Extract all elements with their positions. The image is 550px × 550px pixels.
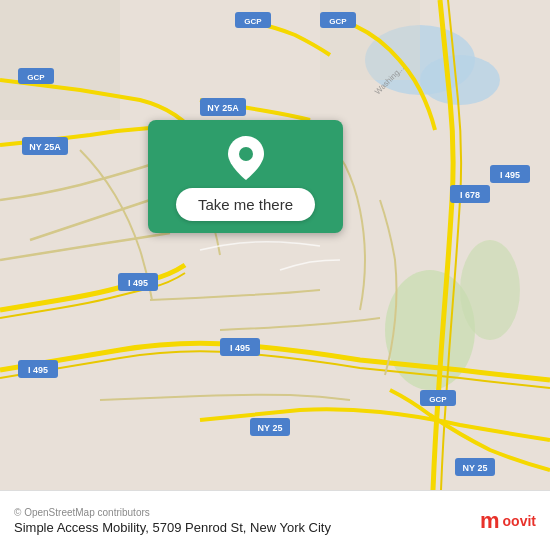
svg-text:NY 25A: NY 25A bbox=[29, 142, 61, 152]
copyright-text: © OpenStreetMap contributors bbox=[14, 507, 331, 518]
svg-text:I 495: I 495 bbox=[500, 170, 520, 180]
svg-text:I 495: I 495 bbox=[128, 278, 148, 288]
svg-text:NY 25: NY 25 bbox=[463, 463, 488, 473]
svg-point-2 bbox=[420, 55, 500, 105]
location-pin-icon bbox=[228, 136, 264, 180]
map-container: NY 25A NY 25A GCP GCP GCP GCP I 678 I 49… bbox=[0, 0, 550, 490]
svg-text:GCP: GCP bbox=[429, 395, 447, 404]
address-text: Simple Access Mobility, 5709 Penrod St, … bbox=[14, 520, 331, 535]
moovit-m-letter: m bbox=[480, 508, 499, 534]
svg-text:I 678: I 678 bbox=[460, 190, 480, 200]
location-popup: Take me there bbox=[148, 120, 343, 233]
svg-text:NY 25A: NY 25A bbox=[207, 103, 239, 113]
svg-rect-5 bbox=[0, 0, 120, 120]
svg-text:I 495: I 495 bbox=[230, 343, 250, 353]
bottom-info: © OpenStreetMap contributors Simple Acce… bbox=[14, 507, 331, 535]
svg-text:GCP: GCP bbox=[27, 73, 45, 82]
svg-text:GCP: GCP bbox=[329, 17, 347, 26]
moovit-logo: m oovit bbox=[480, 508, 536, 534]
svg-text:NY 25: NY 25 bbox=[258, 423, 283, 433]
svg-text:I 495: I 495 bbox=[28, 365, 48, 375]
svg-text:GCP: GCP bbox=[244, 17, 262, 26]
take-me-there-button[interactable]: Take me there bbox=[176, 188, 315, 221]
map-background: NY 25A NY 25A GCP GCP GCP GCP I 678 I 49… bbox=[0, 0, 550, 490]
bottom-bar: © OpenStreetMap contributors Simple Acce… bbox=[0, 490, 550, 550]
svg-point-4 bbox=[460, 240, 520, 340]
moovit-logo-text: oovit bbox=[503, 513, 536, 529]
popup-card: Take me there bbox=[148, 120, 343, 233]
svg-point-34 bbox=[239, 147, 253, 161]
